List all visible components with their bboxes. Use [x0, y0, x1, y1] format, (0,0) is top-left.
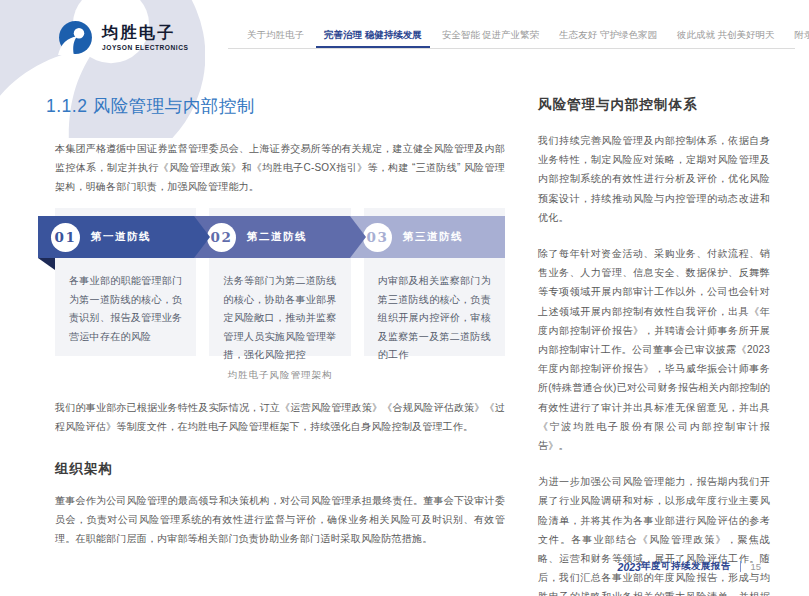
report-page: 均胜电子 JOYSON ELECTRONICS 关于均胜电子 完善治理 稳健持续… — [0, 0, 809, 596]
brand-name-cn: 均胜电子 — [102, 24, 188, 42]
nav-item-ecology[interactable]: 生态友好 守护绿色家园 — [559, 29, 657, 42]
nav-underline-rule — [228, 48, 795, 49]
nav-item-about[interactable]: 关于均胜电子 — [247, 29, 304, 42]
footer-divider — [740, 561, 742, 572]
risk-paragraph-1: 我们持续完善风险管理及内部控制体系，依据自身业务特性，制定风险应对策略，定期对风… — [538, 131, 770, 227]
left-column: 1.1.2 风险管理与内部控制 本集团严格遵循中国证券监督管理委员会、上海证券交… — [55, 94, 505, 548]
nav-item-safety[interactable]: 安全智能 促进产业繁荣 — [442, 29, 540, 42]
defense-banners: 01 第一道防线 02 第二道防线 03 第三道防线 — [38, 216, 505, 258]
logo: 均胜电子 JOYSON ELECTRONICS — [58, 20, 188, 55]
report-title: 年度可持续发展报告 — [641, 560, 731, 573]
joyson-swirl-icon — [58, 20, 93, 55]
brand-name-en: JOYSON ELECTRONICS — [102, 44, 188, 51]
section-heading-risk-system: 风险管理与内部控制体系 — [538, 96, 770, 114]
risk-paragraph-3: 为进一步加强公司风险管理能力，报告期内我们开展了行业风险调研和对标，以形成年度行… — [538, 472, 770, 596]
ribbon-fold — [38, 258, 55, 270]
intro-paragraph: 本集团严格遵循中国证券监督管理委员会、上海证券交易所等的有关规定，建立健全风险管… — [55, 139, 505, 196]
nav-item-achievement[interactable]: 彼此成就 共创美好明天 — [677, 29, 775, 42]
org-paragraph: 董事会作为公司风险管理的最高领导和决策机构，对公司风险管理承担最终责任。董事会下… — [55, 491, 505, 548]
banner-title-2: 第二道防线 — [247, 230, 307, 244]
right-column: 风险管理与内部控制体系 我们持续完善风险管理及内部控制体系，依据自身业务特性，制… — [538, 96, 770, 596]
defense-lines-diagram: 各事业部的职能管理部门为第一道防线的核心，负责识别、报告及管理业务营运中存在的风… — [55, 208, 505, 382]
page-number: 15 — [750, 561, 761, 572]
banner-title-3: 第三道防线 — [403, 230, 463, 244]
page-footer: 2023 年度可持续发展报告 15 — [618, 560, 761, 573]
banner-title-1: 第一道防线 — [91, 230, 151, 244]
nav-item-appendix[interactable]: 附录 — [795, 29, 809, 42]
banner-number-2: 02 — [207, 223, 236, 252]
brand-text: 均胜电子 JOYSON ELECTRONICS — [102, 24, 188, 51]
risk-paragraph-2: 除了每年针对资金活动、采购业务、付款流程、销售业务、人力管理、信息安全、数据保护… — [538, 244, 770, 455]
nav-item-governance[interactable]: 完善治理 稳健持续发展 — [324, 29, 422, 42]
banner-number-3: 03 — [363, 223, 392, 252]
section-heading-org: 组织架构 — [55, 460, 505, 478]
diagram-caption: 均胜电子风险管理架构 — [55, 369, 505, 382]
report-year: 2023 — [618, 561, 641, 573]
top-nav: 关于均胜电子 完善治理 稳健持续发展 安全智能 促进产业繁荣 生态友好 守护绿色… — [228, 29, 795, 42]
policies-paragraph: 我们的事业部亦已根据业务特性及实际情况，订立《运营风险管理政策》《合规风险评估政… — [55, 398, 505, 436]
page-title: 1.1.2 风险管理与内部控制 — [46, 94, 505, 118]
banner-number-1: 01 — [51, 223, 80, 252]
defense-banner-1: 01 第一道防线 — [38, 216, 210, 258]
defense-banner-3: 03 第三道防线 — [350, 216, 505, 258]
defense-banner-2: 02 第二道防线 — [194, 216, 366, 258]
